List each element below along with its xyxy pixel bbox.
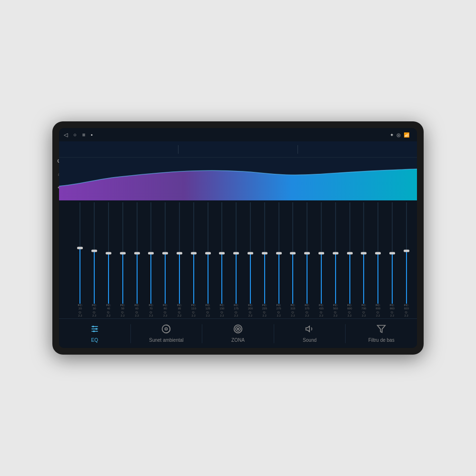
slider-col-200[interactable] — [244, 202, 258, 304]
slider-col-315[interactable] — [286, 202, 300, 304]
nav-item-zona[interactable]: ZONA — [202, 321, 274, 346]
slider-col-20[interactable] — [73, 202, 87, 304]
slider-fill-375 — [307, 253, 307, 304]
slider-col-600[interactable] — [343, 202, 357, 304]
slider-thumb-920[interactable] — [404, 250, 409, 252]
slider-thumb-50[interactable] — [120, 252, 126, 254]
freq-label-95: FC:95Q:2.2 — [173, 304, 187, 317]
slider-fill-60 — [137, 253, 138, 304]
slider-col-40[interactable] — [102, 202, 116, 304]
slider-thumb-600[interactable] — [347, 252, 353, 254]
slider-track-30 — [94, 202, 95, 304]
slider-track-200 — [250, 202, 251, 304]
freq-label-150: FC:150Q:2.2 — [215, 304, 229, 317]
slider-thumb-125[interactable] — [205, 252, 211, 254]
slider-track-860 — [392, 202, 393, 304]
slider-track-235 — [264, 202, 265, 304]
nav-label-4: Filtru de bas — [368, 337, 395, 343]
slider-col-500[interactable] — [328, 202, 342, 304]
slider-thumb-375[interactable] — [304, 252, 310, 254]
slider-track-275 — [278, 202, 279, 304]
svg-marker-12 — [377, 326, 386, 333]
svg-point-5 — [93, 330, 94, 332]
freq-label-70: FC:70Q:2.2 — [144, 304, 158, 317]
slider-track-375 — [307, 202, 307, 304]
slider-thumb-60[interactable] — [134, 252, 140, 254]
slider-col-30[interactable] — [88, 202, 101, 304]
status-right: ✦ ◎ 📶 — [390, 132, 412, 138]
slider-col-110[interactable] — [187, 202, 200, 304]
slider-col-860[interactable] — [386, 202, 399, 304]
slider-thumb-860[interactable] — [389, 252, 395, 254]
slider-thumb-315[interactable] — [290, 252, 296, 254]
slider-thumb-30[interactable] — [91, 250, 97, 252]
freq-labels-row: FC:20Q:2.2FC:30Q:2.2FC:40Q:2.2FC:50Q:2.2… — [73, 304, 413, 317]
slider-thumb-800[interactable] — [375, 252, 381, 254]
nav-item-sound[interactable]: Sound — [274, 321, 346, 346]
slider-thumb-70[interactable] — [148, 252, 154, 254]
nav-item-eq[interactable]: EQ — [59, 321, 130, 346]
location-icon: ◎ — [397, 132, 401, 138]
slider-fill-315 — [292, 253, 293, 304]
nav-item-sunet-ambiental[interactable]: Sunet ambiental — [131, 321, 202, 346]
slider-col-920[interactable] — [399, 202, 413, 304]
slider-thumb-95[interactable] — [177, 252, 182, 254]
slider-col-125[interactable] — [201, 202, 215, 304]
slider-col-275[interactable] — [272, 202, 286, 304]
mode-divider-1 — [178, 145, 178, 154]
slider-col-70[interactable] — [144, 202, 158, 304]
slider-thumb-500[interactable] — [333, 252, 338, 254]
slider-thumb-110[interactable] — [191, 252, 197, 254]
slider-col-175[interactable] — [229, 202, 243, 304]
recent-nav-icon[interactable]: ▪ — [91, 132, 93, 138]
slider-fill-435 — [321, 253, 322, 304]
slider-fill-800 — [377, 253, 378, 304]
slider-col-60[interactable] — [130, 202, 144, 304]
slider-thumb-700[interactable] — [361, 252, 367, 254]
slider-thumb-20[interactable] — [77, 247, 83, 249]
slider-fill-125 — [208, 253, 208, 304]
slider-fill-275 — [278, 253, 279, 304]
back-nav-icon[interactable]: ◁ — [64, 132, 68, 138]
slider-col-235[interactable] — [258, 202, 271, 304]
slider-track-150 — [221, 202, 222, 304]
slider-col-800[interactable] — [371, 202, 385, 304]
slider-col-95[interactable] — [173, 202, 187, 304]
menu-nav-icon[interactable]: ≡ — [82, 132, 85, 138]
freq-label-30: FC:30Q:2.2 — [88, 304, 101, 317]
wifi-icon: 📶 — [404, 132, 409, 138]
slider-col-700[interactable] — [357, 202, 371, 304]
slider-thumb-40[interactable] — [106, 252, 111, 254]
slider-thumb-200[interactable] — [248, 252, 253, 254]
slider-fill-95 — [179, 253, 180, 304]
slider-thumb-175[interactable] — [233, 252, 239, 254]
nav-icon-target — [233, 324, 243, 336]
home-nav-icon[interactable]: ○ — [73, 132, 77, 138]
slider-track-920 — [406, 202, 407, 304]
svg-point-3 — [92, 326, 94, 327]
slider-col-150[interactable] — [215, 202, 229, 304]
slider-thumb-435[interactable] — [318, 252, 324, 254]
slider-thumb-80[interactable] — [162, 252, 168, 254]
slider-thumb-235[interactable] — [262, 252, 268, 254]
nav-icon-sliders — [90, 324, 99, 336]
slider-thumb-275[interactable] — [276, 252, 282, 254]
slider-fill-920 — [406, 251, 407, 304]
slider-fill-20 — [79, 248, 80, 304]
slider-track-60 — [137, 202, 138, 304]
bottom-nav: EQSunet ambientalZONASoundFiltru de bas — [59, 318, 417, 348]
slider-col-435[interactable] — [315, 202, 328, 304]
nav-item-filtru-de bas[interactable]: Filtru de bas — [346, 321, 417, 346]
slider-col-50[interactable] — [116, 202, 129, 304]
slider-col-80[interactable] — [159, 202, 172, 304]
slider-track-50 — [122, 202, 123, 304]
nav-icon-speaker — [305, 324, 315, 336]
freq-label-50: FC:50Q:2.2 — [116, 304, 129, 317]
slider-col-375[interactable] — [300, 202, 314, 304]
slider-track-175 — [236, 202, 237, 304]
eq-visualization — [59, 158, 417, 200]
svg-marker-11 — [306, 326, 309, 332]
freq-label-435: FC:435Q:2.2 — [315, 304, 328, 317]
slider-thumb-150[interactable] — [219, 252, 225, 254]
svg-point-7 — [165, 328, 168, 330]
